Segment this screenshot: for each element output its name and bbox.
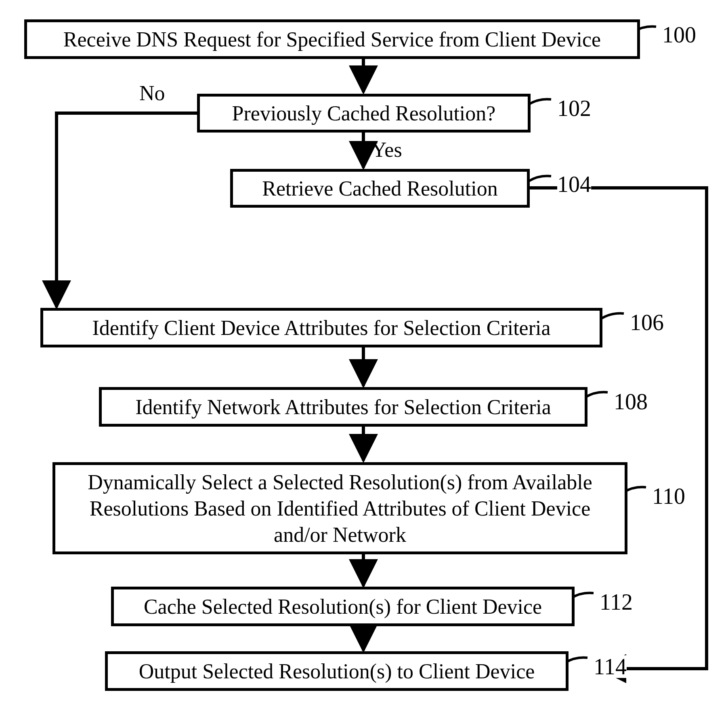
step-text: Previously Cached Resolution? <box>232 100 496 126</box>
step-identify-client-attributes: Identify Client Device Attributes for Se… <box>40 308 602 347</box>
step-dynamically-select-resolution: Dynamically Select a Selected Resolution… <box>52 462 627 554</box>
step-output-selected-resolution: Output Selected Resolution(s) to Client … <box>105 651 569 691</box>
step-identify-network-attributes: Identify Network Attributes for Selectio… <box>99 387 587 427</box>
step-text: Receive DNS Request for Specified Servic… <box>63 26 601 53</box>
flowchart: Receive DNS Request for Specified Servic… <box>0 0 728 724</box>
ref-108: 108 <box>614 390 648 413</box>
ref-104: 104 <box>557 173 591 196</box>
step-receive-dns-request: Receive DNS Request for Specified Servic… <box>24 19 640 59</box>
step-text: Output Selected Resolution(s) to Client … <box>139 658 535 684</box>
ref-112: 112 <box>600 591 633 613</box>
ref-102: 102 <box>557 97 591 120</box>
step-text: Retrieve Cached Resolution <box>262 175 497 202</box>
decision-previously-cached: Previously Cached Resolution? <box>197 94 531 133</box>
step-text: Dynamically Select a Selected Resolution… <box>64 469 616 548</box>
ref-110: 110 <box>652 485 685 507</box>
step-text: Identify Network Attributes for Selectio… <box>135 394 551 420</box>
edge-label-no: No <box>139 83 165 104</box>
ref-106: 106 <box>630 311 664 334</box>
ref-100: 100 <box>662 23 696 46</box>
ref-114: 114 <box>594 655 627 678</box>
step-retrieve-cached-resolution: Retrieve Cached Resolution <box>230 169 530 208</box>
step-text: Cache Selected Resolution(s) for Client … <box>144 594 542 620</box>
step-text: Identify Client Device Attributes for Se… <box>92 315 550 341</box>
edge-label-yes: Yes <box>371 139 402 160</box>
step-cache-selected-resolution: Cache Selected Resolution(s) for Client … <box>111 587 575 626</box>
